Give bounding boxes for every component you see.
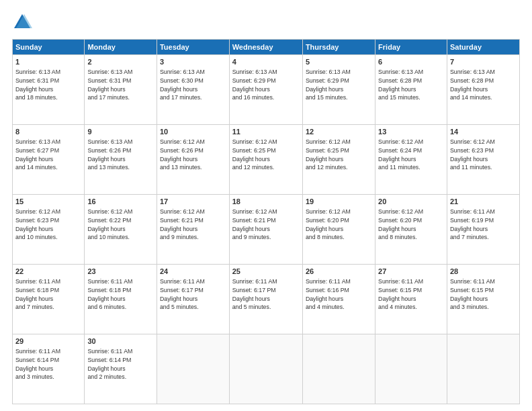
day-number: 21 [450, 197, 517, 207]
day-number: 19 [306, 197, 372, 207]
calendar-cell: 23Sunrise: 6:11 AMSunset: 6:18 PMDayligh… [85, 265, 157, 334]
day-info: Sunrise: 6:12 AMSunset: 6:25 PMDaylight … [232, 138, 277, 171]
day-info: Sunrise: 6:11 AMSunset: 6:15 PMDaylight … [450, 278, 495, 311]
day-info: Sunrise: 6:11 AMSunset: 6:17 PMDaylight … [160, 278, 205, 311]
week-row-1: 8Sunrise: 6:13 AMSunset: 6:27 PMDaylight… [13, 125, 520, 195]
day-info: Sunrise: 6:12 AMSunset: 6:26 PMDaylight … [160, 138, 205, 171]
calendar-cell: 1Sunrise: 6:13 AMSunset: 6:31 PMDaylight… [13, 55, 85, 125]
day-number: 18 [232, 197, 300, 207]
day-number: 30 [87, 336, 154, 347]
col-header-wednesday: Wednesday [229, 40, 302, 55]
day-number: 22 [15, 267, 81, 277]
day-info: Sunrise: 6:12 AMSunset: 6:21 PMDaylight … [232, 208, 277, 241]
page: SundayMondayTuesdayWednesdayThursdayFrid… [0, 0, 532, 411]
calendar-cell: 27Sunrise: 6:11 AMSunset: 6:15 PMDayligh… [375, 265, 447, 334]
calendar-cell: 21Sunrise: 6:11 AMSunset: 6:19 PMDayligh… [447, 195, 519, 265]
day-info: Sunrise: 6:13 AMSunset: 6:31 PMDaylight … [87, 68, 132, 101]
calendar-cell: 4Sunrise: 6:13 AMSunset: 6:29 PMDaylight… [229, 55, 302, 125]
day-info: Sunrise: 6:13 AMSunset: 6:30 PMDaylight … [160, 68, 205, 101]
day-number: 17 [160, 197, 226, 207]
calendar-table: SundayMondayTuesdayWednesdayThursdayFrid… [12, 39, 520, 404]
header-row: SundayMondayTuesdayWednesdayThursdayFrid… [13, 40, 520, 55]
day-number: 7 [450, 57, 517, 67]
day-info: Sunrise: 6:11 AMSunset: 6:18 PMDaylight … [15, 278, 60, 311]
day-number: 8 [15, 127, 81, 137]
calendar-cell [302, 334, 375, 404]
week-row-3: 22Sunrise: 6:11 AMSunset: 6:18 PMDayligh… [13, 265, 520, 334]
day-info: Sunrise: 6:13 AMSunset: 6:28 PMDaylight … [450, 68, 495, 101]
col-header-thursday: Thursday [302, 40, 375, 55]
calendar-cell: 3Sunrise: 6:13 AMSunset: 6:30 PMDaylight… [157, 55, 229, 125]
day-info: Sunrise: 6:12 AMSunset: 6:20 PMDaylight … [306, 208, 351, 241]
calendar-cell: 9Sunrise: 6:13 AMSunset: 6:26 PMDaylight… [85, 125, 157, 195]
day-info: Sunrise: 6:11 AMSunset: 6:16 PMDaylight … [306, 278, 351, 311]
day-info: Sunrise: 6:12 AMSunset: 6:23 PMDaylight … [450, 138, 495, 171]
day-number: 2 [87, 57, 154, 67]
calendar-cell [157, 334, 229, 404]
day-info: Sunrise: 6:11 AMSunset: 6:18 PMDaylight … [87, 278, 132, 311]
day-number: 13 [378, 127, 444, 137]
calendar-cell: 19Sunrise: 6:12 AMSunset: 6:20 PMDayligh… [302, 195, 375, 265]
calendar-cell: 7Sunrise: 6:13 AMSunset: 6:28 PMDaylight… [447, 55, 519, 125]
calendar-cell: 14Sunrise: 6:12 AMSunset: 6:23 PMDayligh… [447, 125, 519, 195]
calendar-cell: 30Sunrise: 6:11 AMSunset: 6:14 PMDayligh… [85, 334, 157, 404]
day-info: Sunrise: 6:11 AMSunset: 6:19 PMDaylight … [450, 208, 495, 241]
day-info: Sunrise: 6:13 AMSunset: 6:26 PMDaylight … [87, 138, 132, 171]
logo [12, 12, 35, 32]
day-info: Sunrise: 6:11 AMSunset: 6:14 PMDaylight … [15, 348, 60, 381]
day-info: Sunrise: 6:13 AMSunset: 6:29 PMDaylight … [306, 68, 351, 101]
day-number: 16 [87, 197, 154, 207]
day-info: Sunrise: 6:12 AMSunset: 6:25 PMDaylight … [306, 138, 351, 171]
calendar-cell: 28Sunrise: 6:11 AMSunset: 6:15 PMDayligh… [447, 265, 519, 334]
day-info: Sunrise: 6:11 AMSunset: 6:17 PMDaylight … [232, 278, 277, 311]
day-info: Sunrise: 6:12 AMSunset: 6:21 PMDaylight … [160, 208, 205, 241]
day-number: 28 [450, 267, 517, 277]
col-header-tuesday: Tuesday [157, 40, 229, 55]
day-number: 14 [450, 127, 517, 137]
calendar-cell: 6Sunrise: 6:13 AMSunset: 6:28 PMDaylight… [375, 55, 447, 125]
day-number: 4 [232, 57, 300, 67]
day-number: 23 [87, 267, 154, 277]
day-info: Sunrise: 6:13 AMSunset: 6:29 PMDaylight … [232, 68, 277, 101]
calendar-cell: 20Sunrise: 6:12 AMSunset: 6:20 PMDayligh… [375, 195, 447, 265]
calendar-cell: 10Sunrise: 6:12 AMSunset: 6:26 PMDayligh… [157, 125, 229, 195]
calendar-cell: 15Sunrise: 6:12 AMSunset: 6:23 PMDayligh… [13, 195, 85, 265]
day-number: 12 [306, 127, 372, 137]
calendar-cell: 18Sunrise: 6:12 AMSunset: 6:21 PMDayligh… [229, 195, 302, 265]
week-row-2: 15Sunrise: 6:12 AMSunset: 6:23 PMDayligh… [13, 195, 520, 265]
calendar-cell [375, 334, 447, 404]
day-number: 29 [15, 336, 81, 347]
week-row-4: 29Sunrise: 6:11 AMSunset: 6:14 PMDayligh… [13, 334, 520, 404]
day-number: 3 [160, 57, 226, 67]
calendar-cell: 16Sunrise: 6:12 AMSunset: 6:22 PMDayligh… [85, 195, 157, 265]
day-info: Sunrise: 6:12 AMSunset: 6:22 PMDaylight … [87, 208, 132, 241]
calendar-cell: 24Sunrise: 6:11 AMSunset: 6:17 PMDayligh… [157, 265, 229, 334]
day-number: 9 [87, 127, 154, 137]
day-info: Sunrise: 6:13 AMSunset: 6:31 PMDaylight … [15, 68, 60, 101]
calendar-cell [447, 334, 519, 404]
day-number: 5 [306, 57, 372, 67]
col-header-saturday: Saturday [447, 40, 519, 55]
day-info: Sunrise: 6:13 AMSunset: 6:28 PMDaylight … [378, 68, 423, 101]
calendar-cell: 29Sunrise: 6:11 AMSunset: 6:14 PMDayligh… [13, 334, 85, 404]
calendar-cell: 13Sunrise: 6:12 AMSunset: 6:24 PMDayligh… [375, 125, 447, 195]
day-number: 15 [15, 197, 81, 207]
calendar-cell: 5Sunrise: 6:13 AMSunset: 6:29 PMDaylight… [302, 55, 375, 125]
calendar-cell: 26Sunrise: 6:11 AMSunset: 6:16 PMDayligh… [302, 265, 375, 334]
calendar-cell: 2Sunrise: 6:13 AMSunset: 6:31 PMDaylight… [85, 55, 157, 125]
day-number: 27 [378, 267, 444, 277]
logo-icon [12, 12, 32, 32]
day-info: Sunrise: 6:12 AMSunset: 6:20 PMDaylight … [378, 208, 423, 241]
calendar-cell: 8Sunrise: 6:13 AMSunset: 6:27 PMDaylight… [13, 125, 85, 195]
week-row-0: 1Sunrise: 6:13 AMSunset: 6:31 PMDaylight… [13, 55, 520, 125]
day-number: 25 [232, 267, 300, 277]
day-number: 11 [232, 127, 300, 137]
day-info: Sunrise: 6:13 AMSunset: 6:27 PMDaylight … [15, 138, 60, 171]
col-header-friday: Friday [375, 40, 447, 55]
col-header-monday: Monday [85, 40, 157, 55]
day-number: 6 [378, 57, 444, 67]
day-info: Sunrise: 6:12 AMSunset: 6:24 PMDaylight … [378, 138, 423, 171]
day-info: Sunrise: 6:11 AMSunset: 6:14 PMDaylight … [87, 348, 132, 381]
col-header-sunday: Sunday [13, 40, 85, 55]
calendar-cell: 11Sunrise: 6:12 AMSunset: 6:25 PMDayligh… [229, 125, 302, 195]
